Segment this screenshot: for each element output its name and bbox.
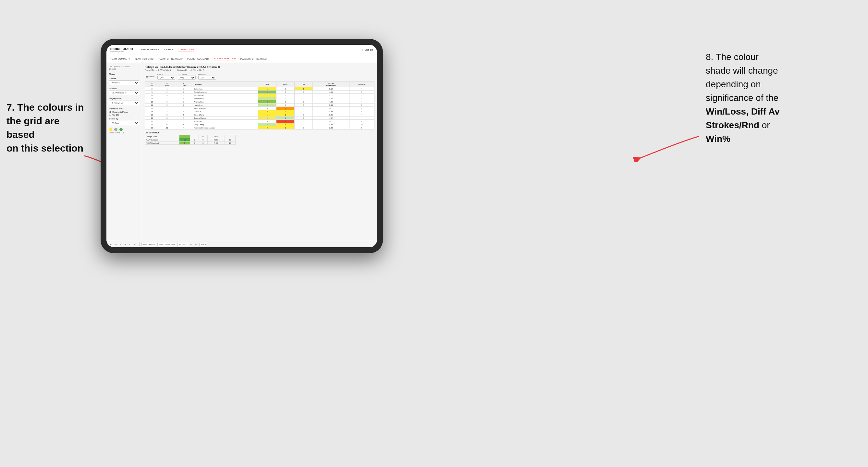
opponent-label: Opponent [198,73,216,75]
table-cell: 7 [159,110,175,113]
separator-1 [139,242,140,246]
player-rank-select[interactable]: 8. Katelyn Vo [109,101,139,105]
radio-opponents-played-dot[interactable] [109,111,111,113]
division-record-label: Division Record: 331 - 34 - 6 [177,69,204,71]
table-cell: 0 [294,94,313,97]
table-cell: 0 [294,100,313,103]
sidebar-gender: Gender Women's [109,77,139,85]
sidebar-timestamp: Last Updated: 27/03/2024 16:55:38 [109,66,139,70]
table-cell: 1 [159,107,175,110]
division-select[interactable]: NCAA Division III [109,91,139,95]
table-cell: 0 [294,123,313,126]
table-cell: 6 [145,94,159,97]
th-win: Win [258,82,276,87]
opponents-played-radio[interactable]: Opponents Played [109,111,139,113]
sub-nav-team-summary[interactable]: TEAM SUMMARY [110,58,130,60]
table-cell: 1.50 [313,87,349,91]
nav-items: TOURNAMENTS TEAMS COMMITTEE [138,48,362,52]
watch-label: Watch [181,243,187,245]
nav-tournaments[interactable]: TOURNAMENTS [138,48,159,52]
table-cell: 3 [145,87,159,91]
table-cell: 5 [145,91,159,94]
table-cell: 1 [175,107,193,110]
conference-label: Conference [178,73,196,75]
sub-nav-team-h2h-heatmap[interactable]: TEAM H2H HEATMAP [158,58,182,60]
table-cell: 0 [294,110,313,113]
region-select[interactable]: (All) [157,75,175,80]
clock-btn[interactable]: ⏱ [133,243,137,246]
opponents-filter-label: Opponents: [145,75,155,77]
watch-icon: 👁 [179,243,181,245]
table-cell: 1 [258,91,276,94]
table-cell: 2 [159,91,175,94]
table-cell: 0 [294,107,313,110]
grid-btn[interactable]: ⊞ [194,243,198,246]
th-rounds: Rounds [349,82,374,87]
sidebar: Last Updated: 27/03/2024 16:55:38 Player… [106,63,142,241]
table-cell: 4 [258,123,276,126]
table-cell: 1 [276,113,294,117]
view-original-btn[interactable]: View: Original [142,243,156,246]
sub-nav-player-h2h-grid[interactable]: PLAYER H2H GRID [214,57,236,60]
watch-btn[interactable]: 👁 Watch [178,243,188,246]
grid-title: Katelyn Vo Head-to-Head Grid for Women's… [145,66,374,68]
sub-nav-player-h2h-heatmap[interactable]: PLAYER H2H HEATMAP [241,58,268,60]
region-filter: Region (All) [157,73,175,80]
paste-btn[interactable]: ⊡ [128,243,132,246]
table-cell: 5 [159,103,175,107]
save-custom-view-btn[interactable]: Save Custom View [157,243,177,246]
table-cell: Heejo Hyun [193,103,258,107]
table-cell: 1 [159,97,175,100]
table-cell: 6 [175,123,193,126]
sign-out[interactable]: Sign out [365,49,373,51]
colour-legend [109,128,139,131]
layout-btn[interactable]: ⊟ [189,243,193,246]
h2h-table: #Div #Reg #Conf Opponent Win Loss Tie Di… [145,82,374,129]
table-cell: 3.67 [313,97,349,100]
share-btn[interactable]: Share [199,243,207,246]
table-row: 1585Stella Cheng1101.254 [145,113,374,117]
radio-top-100-dot[interactable] [109,114,111,116]
table-cell: Stella Cheng [193,113,258,117]
logo: SCOREBOARD Powered by clippd [110,48,133,53]
legend-dot-down [109,128,112,131]
table-cell: 1 [258,94,276,97]
table-cell: Esther Lee [193,87,258,91]
legend-level-label: Level [116,132,120,134]
undo-btn[interactable]: ↩ [109,243,113,246]
table-cell: 1 [258,87,276,91]
overall-record-label: Overall Record: 353 - 34 - 6 [145,69,171,71]
sub-nav-team-h2h-grid[interactable]: TEAM H2H GRID [135,58,154,60]
table-cell: 1 [276,126,294,129]
undo2-btn[interactable]: ↩ [119,243,122,246]
sub-nav-player-summary[interactable]: PLAYER SUMMARY [187,58,210,60]
table-cell: 4 [175,110,193,113]
nav-bar: SCOREBOARD Powered by clippd TOURNAMENTS… [106,45,377,55]
ood-tie: 0 [199,138,208,142]
opponent-select[interactable]: (All) [198,75,216,80]
th-diff: Diff AvStrokes/Rnd [313,82,349,87]
gender-select[interactable]: Women's [109,81,139,85]
division-label: Division [109,88,139,90]
table-cell: 11 [159,126,175,129]
colour-by-select[interactable]: Win/loss [109,121,139,125]
ood-diff: 4.500 [207,135,224,138]
nav-committee[interactable]: COMMITTEE [178,48,194,52]
filter-row: Opponents: Region (All) Conference (All) [145,73,374,80]
ood-diff: 7.400 [207,142,224,145]
table-row: 1152Heejo Hyun1003.333 [145,103,374,107]
legend-dot-level [114,128,118,131]
ood-opponent: NAIA Division 1 [145,138,180,142]
conference-select[interactable]: (All) [178,75,196,80]
top-100-radio[interactable]: Top 100 [109,114,139,116]
table-cell: 0 [276,100,294,103]
annotation-left: 7. The colours in the grid are based on … [6,101,88,155]
table-cell: 7 [175,126,193,129]
table-row: 19106Emily Chang4100.3011 [145,123,374,126]
player-rank-label: Player (Rank) [109,98,139,100]
nav-teams[interactable]: TEAMS [164,48,173,52]
copy-btn[interactable]: ⊞ [124,243,127,246]
table-cell: 4.00 [313,100,349,103]
table-cell: Eunice Yi [193,110,258,113]
redo-btn[interactable]: ↪ [114,243,118,246]
